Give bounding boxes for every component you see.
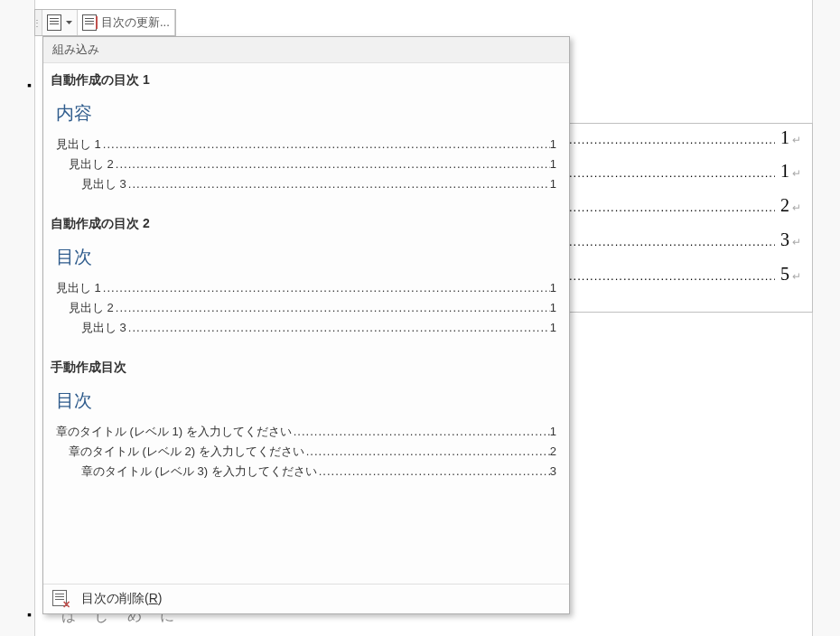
- toc-leader-dots: ........................................…: [317, 464, 550, 478]
- toc-entry-row: ........................................…: [569, 260, 813, 313]
- toc-preview-page: 3: [550, 464, 556, 478]
- toc-leader-dots: ........................................…: [569, 192, 775, 214]
- toc-leader-dots: ........................................…: [126, 177, 550, 191]
- toc-preview-line: 章のタイトル (レベル 2) を入力してください................…: [43, 442, 569, 462]
- toc-preview-line: 見出し 2...................................…: [43, 154, 569, 174]
- toc-preview-page: 1: [550, 177, 556, 191]
- toc-style-gallery-popup: 組み込み 自動作成の目次 1内容見出し 1...................…: [42, 36, 570, 614]
- toc-leader-dots: ........................................…: [569, 124, 775, 146]
- toc-preview-page: 1: [550, 157, 556, 171]
- return-mark: ↵: [792, 134, 801, 146]
- toc-preview-line: 章のタイトル (レベル 3) を入力してください................…: [43, 462, 569, 482]
- toc-page-number: 2: [780, 195, 789, 216]
- toc-preview-line: 見出し 1...................................…: [43, 278, 569, 298]
- return-mark: ↵: [792, 167, 801, 180]
- remove-toc-label: 目次の削除(R): [81, 591, 162, 607]
- toolbar-grip[interactable]: [35, 10, 42, 35]
- toc-preview-page: 1: [550, 137, 556, 151]
- bullet-marker: ▪: [27, 78, 32, 92]
- toc-entry-row: ........................................…: [569, 157, 813, 192]
- popup-section-header: 組み込み: [43, 37, 569, 63]
- toc-style-title: 自動作成の目次 1: [43, 69, 569, 101]
- toc-page-number: 5: [780, 264, 789, 285]
- bullet-marker: ▪: [27, 607, 32, 622]
- toc-leader-dots: ........................................…: [101, 281, 550, 295]
- toc-preview-line: 見出し 3...................................…: [43, 174, 569, 194]
- toc-style-title: 自動作成の目次 2: [43, 212, 569, 245]
- toc-page-number: 1: [780, 127, 789, 148]
- toc-leader-dots: ........................................…: [101, 137, 550, 151]
- return-mark: ↵: [792, 201, 801, 214]
- toc-preview-line: 見出し 3...................................…: [43, 318, 569, 338]
- toc-leader-dots: ........................................…: [569, 226, 775, 248]
- toc-leader-dots: ........................................…: [569, 260, 775, 283]
- toc-preview-page: 1: [550, 321, 556, 334]
- update-toc-button[interactable]: 目次の更新...: [78, 10, 175, 35]
- toc-leader-dots: ........................................…: [114, 301, 550, 314]
- return-mark: ↵: [792, 270, 801, 283]
- toc-preview-line: 見出し 1...................................…: [43, 135, 569, 154]
- toc-preview-page: 1: [550, 301, 556, 314]
- popup-gallery-list[interactable]: 自動作成の目次 1内容見出し 1........................…: [43, 63, 569, 584]
- toc-preview-text: 見出し 1: [56, 136, 101, 153]
- toc-leader-dots: ........................................…: [292, 425, 550, 438]
- toc-entry-row: ........................................…: [569, 192, 813, 226]
- toc-style-title: 手動作成目次: [43, 356, 569, 388]
- toc-leader-dots: ........................................…: [114, 157, 550, 171]
- toc-preview-text: 見出し 2: [69, 156, 114, 173]
- chevron-down-icon: [66, 21, 72, 25]
- delete-toc-icon: ✕: [52, 590, 69, 608]
- toc-preview-heading: 目次: [43, 388, 569, 422]
- toc-preview-text: 章のタイトル (レベル 3) を入力してください: [81, 463, 317, 480]
- toc-leader-dots: ........................................…: [126, 321, 550, 334]
- update-toc-label: 目次の更新...: [101, 14, 170, 31]
- toc-preview-heading: 目次: [43, 245, 569, 278]
- return-mark: ↵: [792, 236, 801, 248]
- toc-leader-dots: ........................................…: [569, 157, 775, 180]
- remove-toc-menuitem[interactable]: ✕ 目次の削除(R): [43, 584, 569, 613]
- toc-style-option[interactable]: 自動作成の目次 1内容見出し 1........................…: [43, 63, 569, 207]
- toc-entry-row: ........................................…: [569, 123, 813, 157]
- toc-preview-text: 見出し 1: [56, 280, 101, 296]
- toc-preview-text: 見出し 3: [81, 176, 126, 192]
- toc-toolbar: 目次の更新...: [34, 9, 176, 36]
- toc-preview-text: 見出し 3: [81, 320, 126, 336]
- toc-preview-line: 見出し 2...................................…: [43, 298, 569, 318]
- toc-page-number: 1: [780, 161, 789, 182]
- toc-page-number: 3: [780, 229, 789, 250]
- toc-style-option[interactable]: 手動作成目次目次章のタイトル (レベル 1) を入力してください........…: [43, 351, 569, 494]
- toc-icon: [47, 14, 61, 31]
- toc-style-option[interactable]: 自動作成の目次 2目次見出し 1........................…: [43, 207, 569, 351]
- toc-preview-text: 章のタイトル (レベル 2) を入力してください: [69, 444, 304, 460]
- toc-preview-text: 見出し 2: [69, 300, 114, 316]
- toc-preview-page: 2: [550, 444, 556, 458]
- toc-preview-text: 章のタイトル (レベル 1) を入力してください: [56, 424, 292, 440]
- toc-preview-page: 1: [550, 425, 556, 438]
- toc-style-dropdown-button[interactable]: [42, 10, 78, 35]
- toc-preview-line: 章のタイトル (レベル 1) を入力してください................…: [43, 422, 569, 442]
- toc-preview-heading: 内容: [43, 101, 569, 135]
- toc-entry-row: ........................................…: [569, 226, 813, 260]
- toc-leader-dots: ........................................…: [304, 444, 550, 458]
- toc-preview-page: 1: [550, 281, 556, 295]
- toc-update-icon: [82, 14, 97, 31]
